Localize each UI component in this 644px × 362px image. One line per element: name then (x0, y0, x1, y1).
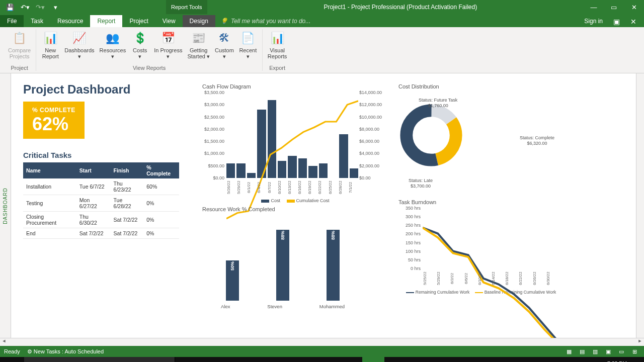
donut-svg (398, 103, 464, 168)
tab-file[interactable]: File (0, 15, 24, 27)
view-shortcut-2[interactable]: ▤ (577, 347, 588, 356)
col-finish: Finish (111, 162, 144, 178)
group-label: Export (269, 64, 285, 71)
save-button[interactable]: 💾 (3, 1, 17, 13)
windows-taskbar: ⊞ 🔍Type here to search ○ ⧉ 🌐 📁 🛍 ✉ ◎ ◎ P… (0, 357, 644, 362)
getting-started-button[interactable]: 📰Getting Started ▾ (185, 29, 212, 64)
view-shortcut-5[interactable]: ▭ (616, 347, 627, 356)
group-label: View Reports (133, 64, 166, 71)
chart-title: Resource Work % Completed (202, 206, 363, 212)
visual-reports-button[interactable]: 📊Visual Reports (266, 29, 289, 64)
tab-resource[interactable]: Resource (50, 15, 90, 27)
window-title: Project1 - Project Professional (Product… (207, 4, 584, 11)
custom-button[interactable]: 🛠Custom▾ (213, 29, 236, 64)
kpi-value: 62% (32, 114, 75, 135)
cash-flow-chart: Cash Flow Diagram $0.00$500.00$1,000.00$… (202, 83, 383, 203)
tell-me-search[interactable]: 💡Tell me what you want to do... (215, 15, 578, 27)
tab-view[interactable]: View (155, 15, 183, 27)
tab-design[interactable]: Design (183, 15, 215, 27)
view-shortcut-6[interactable]: ⊞ (629, 347, 640, 356)
table-row: EndSat 7/2/22Sat 7/2/220% (23, 228, 179, 239)
view-side-tab[interactable]: DASHBOARD (0, 73, 11, 338)
view-shortcut-3[interactable]: ▥ (590, 347, 601, 356)
contextual-tab-label: Report Tools (166, 0, 207, 14)
undo-button[interactable]: ↶▾ (18, 1, 32, 13)
sign-in-link[interactable]: Sign in (578, 15, 609, 27)
view-shortcut-4[interactable]: ▣ (603, 347, 614, 356)
recent-button[interactable]: 📄Recent▾ (237, 29, 259, 64)
minimize-button[interactable]: — (584, 0, 604, 14)
ribbon-tabs: File Task Resource Report Project View D… (0, 14, 644, 27)
tab-report[interactable]: Report (90, 15, 122, 27)
vertical-scrollbar[interactable] (636, 73, 644, 338)
chart-title: Cash Flow Diagram (202, 83, 383, 89)
store-icon[interactable]: 🛍 (270, 357, 292, 362)
doc-close-button[interactable]: ✕ (626, 16, 641, 27)
qat-customize[interactable]: ▾ (48, 1, 62, 13)
cost-distribution-chart: Cost Distribution Status: Future Task$1,… (398, 83, 554, 193)
table-row: InstallationTue 6/7/22Thu 6/23/2260% (23, 178, 179, 195)
task-view-icon[interactable]: ⧉ (200, 357, 222, 362)
dashboards-button[interactable]: 📈Dashboards▾ (62, 29, 96, 64)
restore-button[interactable]: ▭ (604, 0, 624, 14)
tab-task[interactable]: Task (24, 15, 50, 27)
label-late: Status: Late$3,700.00 (409, 178, 433, 189)
col-name: Name (23, 162, 76, 178)
title-bar: 💾 ↶▾ ↷▾ ▾ Report Tools Project1 - Projec… (0, 0, 644, 14)
lightbulb-icon: 💡 (220, 18, 228, 25)
chart-title: Task Burndown (398, 199, 559, 205)
new-report-icon: 📊 (42, 30, 58, 46)
critical-tasks-table: Name Start Finish % Complete Installatio… (23, 162, 179, 239)
edge-icon[interactable]: 🌐 (223, 357, 246, 362)
chart-title: Cost Distribution (398, 83, 554, 89)
ribbon: 📋Compare Projects Project 📊New Report 📈D… (0, 27, 644, 73)
visual-reports-icon: 📊 (269, 30, 285, 46)
kpi-complete: % COMPLETE 62% (23, 102, 85, 139)
new-report-button[interactable]: 📊New Report (39, 29, 61, 64)
kpi-label: % COMPLETE (32, 107, 75, 114)
status-ready: Ready (4, 348, 20, 354)
chrome-icon-1[interactable]: ◎ (316, 357, 338, 362)
costs-button[interactable]: 💲Costs▾ (129, 29, 151, 64)
table-row: TestingMon 6/27/22Tue 6/28/220% (23, 195, 179, 212)
project-icon[interactable]: P (362, 357, 384, 362)
compare-projects-button: 📋Compare Projects (6, 29, 33, 64)
report-canvas: DASHBOARD Project Dashboard % COMPLETE 6… (0, 73, 644, 338)
report-body[interactable]: Project Dashboard % COMPLETE 62% Critica… (11, 73, 636, 338)
explorer-icon[interactable]: 📁 (247, 357, 269, 362)
horizontal-scrollbar[interactable]: ◄► (0, 338, 644, 346)
task-burndown-chart: Task Burndown 0 hrs50 hrs100 hrs150 hrs2… (398, 199, 559, 295)
dashboards-icon: 📈 (71, 30, 88, 46)
resources-icon: 👥 (105, 30, 121, 46)
col-complete: % Complete (143, 162, 179, 178)
compare-icon: 📋 (12, 30, 28, 46)
chrome-icon-2[interactable]: ◎ (339, 357, 361, 362)
mail-icon[interactable]: ✉ (293, 357, 315, 362)
in-progress-button[interactable]: 📅In Progress▾ (152, 29, 184, 64)
quick-access-toolbar: 💾 ↶▾ ↷▾ ▾ (0, 1, 65, 13)
custom-icon: 🛠 (216, 30, 232, 46)
col-start: Start (76, 162, 111, 178)
recent-icon: 📄 (240, 30, 256, 46)
status-new-tasks: ⚙ New Tasks : Auto Scheduled (27, 348, 104, 355)
resources-button[interactable]: 👥Resources▾ (98, 29, 128, 64)
status-bar: Ready ⚙ New Tasks : Auto Scheduled ▦ ▤ ▥… (0, 346, 644, 357)
table-row: Closing ProcurementThu 6/30/22Sat 7/2/22… (23, 212, 179, 228)
in-progress-icon: 📅 (160, 30, 176, 46)
group-label: Project (11, 64, 28, 71)
ribbon-display-options[interactable]: ▣ (609, 16, 624, 27)
resource-work-chart: Resource Work % Completed 50%88%88% Alex… (202, 206, 363, 309)
label-complete: Status: Complete$6,320.00 (520, 135, 554, 146)
tab-project[interactable]: Project (122, 15, 155, 27)
close-button[interactable]: ✕ (624, 0, 644, 14)
taskbar-search[interactable]: 🔍Type here to search (24, 357, 175, 362)
view-shortcut-1[interactable]: ▦ (564, 347, 575, 356)
redo-button[interactable]: ↷▾ (33, 1, 47, 13)
costs-icon: 💲 (132, 30, 148, 46)
label-future: Status: Future Task$1,760.00 (419, 98, 457, 109)
getting-started-icon: 📰 (191, 30, 207, 46)
cortana-icon[interactable]: ○ (177, 357, 199, 362)
